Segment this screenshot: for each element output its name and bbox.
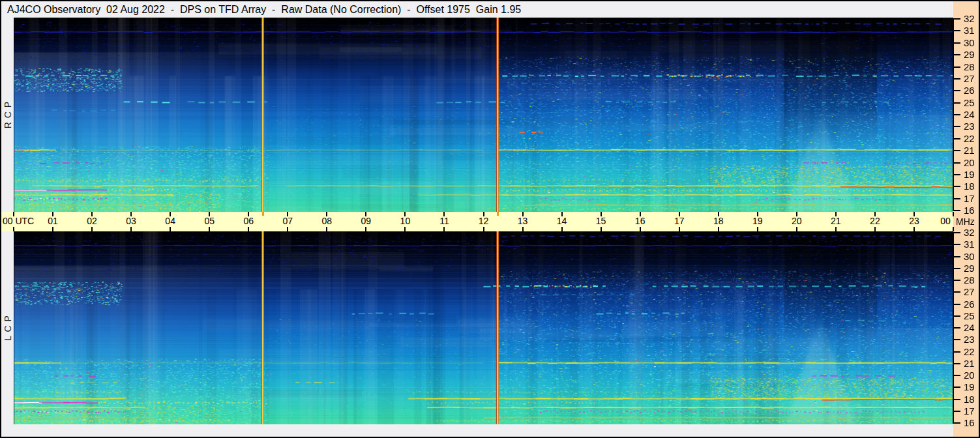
time-tick-label: 09 [361,216,372,226]
time-tick-label: 00 [940,216,951,226]
freq-tick [953,351,960,353]
app-window: AJ4CO Observatory 02 Aug 2022 - DPS on T… [0,0,980,438]
time-tick-bottom [913,227,915,231]
time-tick-bottom [640,227,641,231]
time-tick-label: 05 [204,216,215,226]
lcp-spectrogram-canvas [14,231,953,424]
freq-tick-label: 25 [964,311,978,321]
freq-tick-label: 28 [964,62,978,72]
freq-tick-label: 30 [964,38,978,48]
time-tick-label: 13 [518,216,528,226]
freq-tick [953,66,960,68]
time-tick-bottom [91,227,93,231]
lcp-panel-label: L C P [2,289,14,367]
freq-tick-label: 29 [964,50,978,60]
time-tick-bottom [404,227,406,231]
freq-tick [953,339,960,340]
time-tick-label: 19 [752,216,763,226]
freq-tick [953,232,960,233]
freq-tick-label: 19 [964,169,978,180]
time-tick-label: 01 [48,216,58,226]
freq-tick [953,375,960,376]
freq-tick [953,387,960,388]
freq-tick [953,186,960,187]
freq-tick-label: 17 [964,194,978,204]
freq-tick-label: 31 [964,239,978,250]
freq-tick-label: 26 [964,299,978,310]
time-tick-bottom [835,227,837,231]
freq-tick [953,42,960,44]
freq-tick [953,422,960,424]
freq-tick [953,291,960,293]
freq-tick [953,138,960,139]
freq-tick-label: 17 [964,406,978,416]
time-tick-bottom [483,227,484,231]
freq-tick [953,150,960,151]
time-tick-label: 22 [870,216,880,226]
freq-tick-label: 21 [964,145,978,156]
time-tick-bottom [130,227,132,231]
time-tick-bottom [953,227,954,231]
rcp-panel-label: R C P [2,76,14,154]
freq-tick-label: 32 [964,14,978,24]
time-tick-bottom [287,227,288,231]
time-tick-label: 21 [831,216,841,226]
freq-tick [953,30,960,31]
freq-tick-label: 23 [964,121,978,132]
freq-tick [953,363,960,364]
freq-tick-label: 24 [964,110,978,120]
time-axis-bar [1,212,953,231]
time-tick-label: 00 UTC [3,216,34,226]
time-tick-label: 17 [674,216,685,226]
freq-tick-label: 20 [964,370,978,381]
time-tick-bottom [443,227,445,231]
freq-tick-label: 18 [964,181,978,192]
freq-tick [953,162,960,164]
time-tick-bottom [209,227,210,231]
rcp-spectrogram-canvas [14,18,953,212]
event-time-mark [262,212,264,216]
freq-tick-label: 16 [964,205,978,216]
time-tick-label: 07 [282,216,293,226]
time-tick-label: 06 [243,216,254,226]
freq-tick-label: 24 [964,323,978,333]
freq-tick-label: 25 [964,98,978,108]
freq-tick [953,114,960,115]
time-tick-bottom [874,227,876,231]
time-tick-bottom [718,227,719,231]
freq-tick [953,399,960,400]
time-tick-label: 03 [126,216,136,226]
freq-tick-label: 26 [964,85,978,96]
time-tick-bottom [796,227,797,231]
freq-tick [953,280,960,281]
freq-tick [953,174,960,175]
freq-tick [953,244,960,245]
freq-tick-label: 28 [964,275,978,285]
freq-tick-label: 22 [964,347,978,357]
time-tick-bottom [326,227,327,231]
freq-tick [953,268,960,269]
time-tick-label: 04 [165,216,175,226]
freq-tick-label: 22 [964,134,978,144]
freq-tick [953,54,960,55]
time-tick-label: 20 [792,216,802,226]
time-tick-label: 12 [479,216,489,226]
time-tick-bottom [365,227,366,231]
page-title: AJ4CO Observatory 02 Aug 2022 - DPS on T… [1,1,958,18]
time-tick-bottom [248,227,249,231]
time-tick-label: 11 [439,216,449,226]
time-tick-bottom [679,227,680,231]
freq-tick [953,411,960,412]
freq-tick [953,210,960,211]
time-tick-label: 23 [909,216,919,226]
time-tick-label: 18 [713,216,724,226]
time-tick-label: 16 [635,216,646,226]
freq-tick [953,102,960,104]
time-tick-bottom [757,227,758,231]
time-tick-bottom [601,227,602,231]
freq-tick-label: 18 [964,394,978,405]
freq-tick [953,90,960,91]
time-tick-bottom [561,227,563,231]
freq-tick-label: 19 [964,382,978,392]
frequency-unit-label: MHz [956,216,975,227]
